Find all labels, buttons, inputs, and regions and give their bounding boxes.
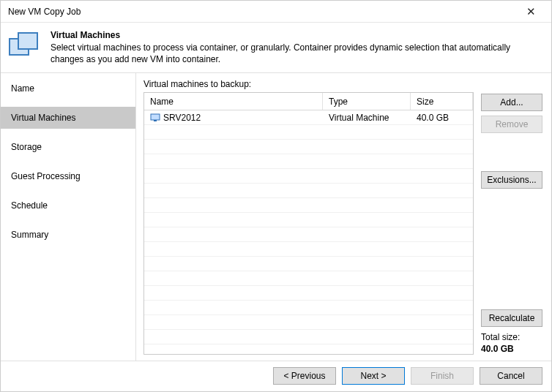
svg-rect-2 xyxy=(151,114,160,120)
table-row xyxy=(144,330,473,344)
window-title: New VM Copy Job xyxy=(8,7,516,17)
wizard-footer: < Previous Next > Finish Cancel xyxy=(1,361,551,390)
table-row xyxy=(144,213,473,227)
total-size-value: 40.0 GB xyxy=(481,343,542,355)
finish-button[interactable]: Finish xyxy=(411,367,474,385)
exclusions-button[interactable]: Exclusions... xyxy=(481,171,542,189)
grid-caption: Virtual machines to backup: xyxy=(143,79,474,89)
recalculate-button[interactable]: Recalculate xyxy=(481,309,542,327)
header-description: Select virtual machines to process via c… xyxy=(51,42,541,65)
sidebar-item-virtual-machines[interactable]: Virtual Machines xyxy=(1,107,135,129)
col-header-name[interactable]: Name xyxy=(144,93,323,110)
next-button[interactable]: Next > xyxy=(342,367,405,385)
svg-rect-3 xyxy=(154,120,157,121)
wizard-steps-sidebar: Name Virtual Machines Storage Guest Proc… xyxy=(1,73,136,361)
table-row xyxy=(144,125,473,140)
sidebar-item-storage[interactable]: Storage xyxy=(1,136,135,158)
col-header-size[interactable]: Size xyxy=(411,93,473,110)
close-icon[interactable]: ✕ xyxy=(516,1,545,23)
total-size: Total size: 40.0 GB xyxy=(481,331,542,355)
table-row xyxy=(144,271,473,286)
wizard-header: Virtual Machines Select virtual machines… xyxy=(1,23,551,73)
cancel-button[interactable]: Cancel xyxy=(480,367,542,385)
vm-grid: Name Type Size SRV2012 xyxy=(143,92,474,355)
grid-body: SRV2012 Virtual Machine 40.0 GB xyxy=(144,110,473,354)
header-title: Virtual Machines xyxy=(51,30,541,40)
table-row xyxy=(144,184,473,198)
table-row xyxy=(144,242,473,257)
main-panel: Virtual machines to backup: Name Type Si… xyxy=(136,73,551,361)
vm-copy-icon xyxy=(8,30,42,65)
table-row xyxy=(144,286,473,301)
sidebar-item-name[interactable]: Name xyxy=(1,78,135,99)
table-row xyxy=(144,227,473,242)
table-row xyxy=(144,257,473,271)
grid-header: Name Type Size xyxy=(144,93,473,110)
previous-button[interactable]: < Previous xyxy=(273,367,336,385)
sidebar-item-guest-processing[interactable]: Guest Processing xyxy=(1,165,135,187)
cell-size: 40.0 GB xyxy=(411,110,473,124)
header-text: Virtual Machines Select virtual machines… xyxy=(51,30,541,65)
table-row xyxy=(144,198,473,213)
vm-icon xyxy=(150,113,160,122)
table-row xyxy=(144,315,473,330)
sidebar-item-schedule[interactable]: Schedule xyxy=(1,195,135,216)
total-size-label: Total size: xyxy=(481,331,542,343)
add-button[interactable]: Add... xyxy=(481,94,542,111)
table-row xyxy=(144,140,473,154)
remove-button[interactable]: Remove xyxy=(481,116,542,133)
table-row xyxy=(144,301,473,315)
side-buttons: Add... Remove Exclusions... Recalculate … xyxy=(481,79,542,355)
table-row xyxy=(144,169,473,184)
table-row xyxy=(144,154,473,169)
col-header-type[interactable]: Type xyxy=(323,93,411,110)
cell-name: SRV2012 xyxy=(163,113,201,123)
cell-type: Virtual Machine xyxy=(323,110,411,124)
sidebar-item-summary[interactable]: Summary xyxy=(1,224,135,246)
svg-rect-1 xyxy=(18,33,37,49)
titlebar: New VM Copy Job ✕ xyxy=(1,1,551,23)
table-row[interactable]: SRV2012 Virtual Machine 40.0 GB xyxy=(144,110,473,125)
